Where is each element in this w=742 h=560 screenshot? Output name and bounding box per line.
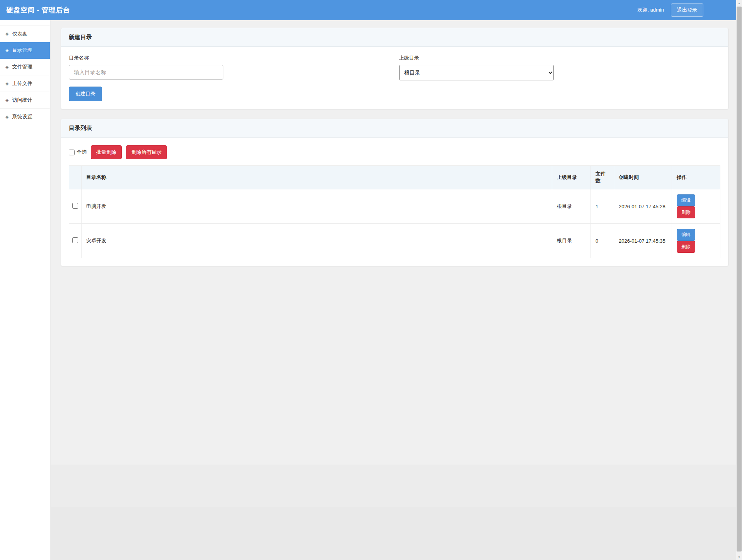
- select-all-checkbox[interactable]: [69, 150, 75, 155]
- main-content: 新建目录 目录名称 上级目录 根目录 创建目录 目录列表: [51, 20, 736, 560]
- row-checkbox[interactable]: [72, 203, 78, 209]
- vertical-scrollbar[interactable]: ▲ ▼: [736, 0, 742, 560]
- directory-table-body: 电脑开发根目录12026-01-07 17:45:28编辑删除安卓开发根目录02…: [69, 189, 720, 258]
- select-all-label: 全选: [77, 149, 87, 156]
- sidebar-menu: ◈仪表盘◈目录管理◈文件管理◈上传文件◈访问统计◈系统设置: [0, 26, 50, 125]
- delete-button[interactable]: 删除: [677, 206, 695, 218]
- panel-title-new-directory: 新建目录: [61, 28, 728, 47]
- sidebar: ◈仪表盘◈目录管理◈文件管理◈上传文件◈访问统计◈系统设置: [0, 20, 50, 560]
- new-directory-form: 目录名称 上级目录 根目录 创建目录: [61, 47, 728, 109]
- directory-list-body: 全选 批量删除 删除所有目录 目录名称 上级目录 文件数 创建时间 操作 电脑开: [61, 138, 728, 266]
- dir-name-cell: 电脑开发: [82, 189, 552, 224]
- row-checkbox[interactable]: [72, 237, 78, 243]
- sidebar-item[interactable]: ◈访问统计: [0, 92, 50, 109]
- sidebar-item-label: 仪表盘: [12, 31, 27, 37]
- table-row: 安卓开发根目录02026-01-07 17:45:35编辑删除: [69, 224, 720, 258]
- diamond-icon: ◈: [5, 114, 9, 119]
- header-actions: 操作: [672, 166, 720, 189]
- header-dir-name: 目录名称: [82, 166, 552, 189]
- sidebar-item-label: 目录管理: [12, 47, 32, 54]
- dir-name-label: 目录名称: [69, 54, 390, 61]
- file-count-cell: 1: [591, 189, 614, 224]
- edit-button[interactable]: 编辑: [677, 194, 695, 206]
- app-title: 硬盘空间 - 管理后台: [6, 5, 70, 15]
- header-parent-dir: 上级目录: [552, 166, 591, 189]
- sidebar-item-label: 上传文件: [12, 80, 32, 87]
- sidebar-item-label: 访问统计: [12, 97, 32, 104]
- logout-button[interactable]: 退出登录: [671, 3, 703, 17]
- diamond-icon: ◈: [5, 65, 9, 70]
- created-time-cell: 2026-01-07 17:45:35: [614, 224, 672, 258]
- top-bar-right: 欢迎, admin 退出登录: [637, 3, 703, 17]
- delete-all-button[interactable]: 删除所有目录: [126, 145, 167, 159]
- new-directory-panel: 新建目录 目录名称 上级目录 根目录 创建目录: [61, 28, 728, 109]
- scroll-down-icon[interactable]: ▼: [736, 554, 742, 560]
- header-checkbox-cell: [69, 166, 82, 189]
- diamond-icon: ◈: [5, 31, 9, 36]
- created-time-cell: 2026-01-07 17:45:28: [614, 189, 672, 224]
- welcome-text: 欢迎, admin: [637, 7, 664, 14]
- directory-table: 目录名称 上级目录 文件数 创建时间 操作 电脑开发根目录12026-01-07…: [69, 165, 720, 258]
- actions-cell: 编辑删除: [672, 189, 720, 224]
- create-directory-button[interactable]: 创建目录: [69, 87, 102, 101]
- sidebar-item[interactable]: ◈系统设置: [0, 109, 50, 125]
- sidebar-item[interactable]: ◈上传文件: [0, 75, 50, 92]
- delete-button[interactable]: 删除: [677, 241, 695, 253]
- scroll-up-icon[interactable]: ▲: [736, 0, 742, 6]
- sidebar-item-label: 文件管理: [12, 63, 32, 70]
- row-checkbox-cell: [69, 189, 82, 224]
- parent-dir-cell: 根目录: [552, 224, 591, 258]
- directory-list-panel: 目录列表 全选 批量删除 删除所有目录 目录名称 上级目录 文件数 创建时间: [61, 119, 728, 266]
- top-bar: 硬盘空间 - 管理后台 欢迎, admin 退出登录: [0, 0, 742, 20]
- parent-dir-select[interactable]: 根目录: [399, 65, 554, 80]
- row-checkbox-cell: [69, 224, 82, 258]
- parent-dir-label: 上级目录: [399, 54, 721, 61]
- parent-dir-cell: 根目录: [552, 189, 591, 224]
- header-created-time: 创建时间: [614, 166, 672, 189]
- table-row: 电脑开发根目录12026-01-07 17:45:28编辑删除: [69, 189, 720, 224]
- diamond-icon: ◈: [5, 81, 9, 86]
- sidebar-item[interactable]: ◈仪表盘: [0, 26, 50, 42]
- file-count-cell: 0: [591, 224, 614, 258]
- diamond-icon: ◈: [5, 48, 9, 53]
- batch-delete-button[interactable]: 批量删除: [91, 145, 122, 159]
- header-file-count: 文件数: [591, 166, 614, 189]
- scrollbar-thumb[interactable]: [737, 7, 742, 551]
- sidebar-item-label: 系统设置: [12, 113, 32, 120]
- sidebar-item[interactable]: ◈目录管理: [0, 42, 50, 59]
- diamond-icon: ◈: [5, 98, 9, 103]
- table-header-row: 目录名称 上级目录 文件数 创建时间 操作: [69, 166, 720, 189]
- select-all-control: 全选: [69, 149, 87, 156]
- sidebar-item[interactable]: ◈文件管理: [0, 59, 50, 75]
- dir-name-field-group: 目录名称: [69, 54, 390, 80]
- dir-name-cell: 安卓开发: [82, 224, 552, 258]
- edit-button[interactable]: 编辑: [677, 229, 695, 241]
- parent-dir-field-group: 上级目录 根目录: [390, 54, 721, 80]
- actions-cell: 编辑删除: [672, 224, 720, 258]
- dir-name-input[interactable]: [69, 65, 223, 80]
- list-toolbar: 全选 批量删除 删除所有目录: [69, 145, 720, 159]
- panel-title-directory-list: 目录列表: [61, 119, 728, 138]
